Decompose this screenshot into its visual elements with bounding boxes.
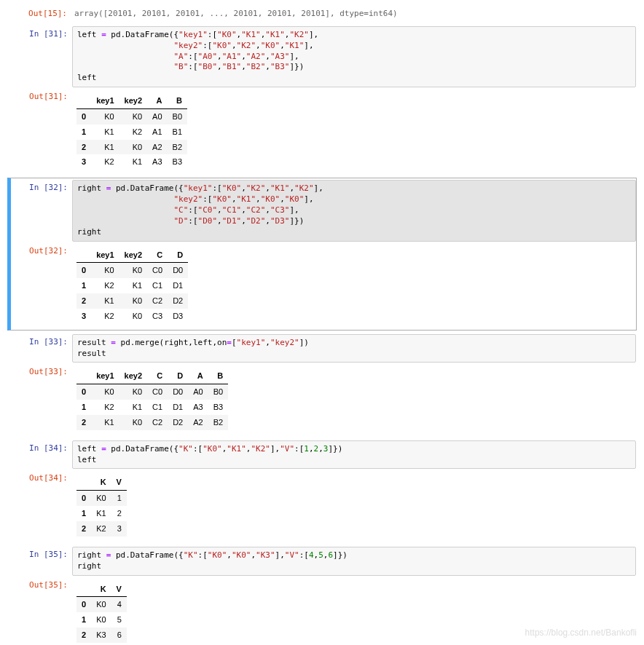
table-index: 1 [76,278,91,293]
table-index: 0 [76,263,91,278]
code-input[interactable]: right = pd.DataFrame({"key1":["K0","K2",… [72,180,636,241]
code-input[interactable]: result = pd.merge(right,left,on=["key1",… [72,334,636,363]
in-prompt: In [33]: [8,334,72,363]
table-cell: K1 [119,154,147,170]
table-cell: K2 [91,309,119,324]
table-cell: K0 [119,140,147,155]
in-prompt: In [31]: [8,26,72,87]
table-row: 3K2K0C3D3 [76,309,188,324]
table-cell: A3 [188,400,208,415]
table-row: 2K23 [76,521,127,537]
table-cell: K0 [91,384,119,400]
table-cell: C2 [147,415,168,430]
table-header [76,93,91,108]
table-index: 0 [76,597,91,612]
table-cell: A3 [147,154,167,170]
table-cell: D2 [168,293,188,309]
input-row: In [34]:left = pd.DataFrame({"K":["K0","… [8,440,636,470]
table-row: 2K1K0C2D2A2B2 [76,415,228,430]
table-cell: B2 [208,415,228,430]
table-row: 3K2K1A3B3 [76,154,187,170]
output-row: Out[34]:KV0K011K122K23 [8,470,636,539]
table-cell: K1 [91,293,119,309]
table-cell: K0 [119,384,147,400]
output-row: Out[31]:key1key2AB0K0K0A0B01K1K2A1B12K1K… [8,89,636,173]
out-prompt: Out[31]: [8,89,72,173]
table-index: 3 [76,154,91,170]
table-row: 1K1K2A1B1 [76,124,187,140]
table-cell: B3 [168,154,187,170]
out-prompt: Out[32]: [11,243,72,327]
in-prompt: In [32]: [11,180,72,241]
table-cell: K0 [119,293,147,309]
table-header: B [208,368,228,384]
output-area: KV0K011K122K23 [72,470,636,539]
output-text: array([20101, 20101, 20101, ..., 20101, … [71,6,637,23]
table-index: 1 [76,612,91,628]
table-header: key1 [91,368,119,384]
table-cell: 5 [111,612,127,628]
table-cell: A2 [188,415,208,430]
table-cell: K2 [91,278,119,293]
output-row: Out[35]:KV0K041K052K36 [8,577,636,645]
table-header: D [168,248,188,263]
table-cell: K0 [91,108,119,124]
table-index: 2 [76,140,91,155]
table-cell: 6 [111,628,127,643]
table-cell: K2 [91,400,119,415]
table-cell: B3 [208,400,228,415]
code-input[interactable]: right = pd.DataFrame({"K":["K0","K0","K3… [72,547,636,576]
table-index: 0 [76,384,91,400]
code-input[interactable]: left = pd.DataFrame({"K":["K0","K1","K2"… [72,440,636,470]
table-cell: K0 [119,309,147,324]
table-cell: 3 [111,521,127,537]
table-header: C [147,368,168,384]
notebook-cell[interactable]: In [35]:right = pd.DataFrame({"K":["K0",… [7,545,637,645]
table-cell: K0 [119,415,147,430]
table-header: C [147,248,168,263]
out-prompt: Out[35]: [8,577,72,645]
table-header [76,368,91,384]
table-row: 0K04 [76,597,127,612]
table-header: D [168,368,188,384]
notebook-cell[interactable]: In [34]:left = pd.DataFrame({"K":["K0","… [7,438,637,543]
table-row: 1K2K1C1D1A3B3 [76,400,228,415]
notebook-cell[interactable]: In [33]:result = pd.merge(right,left,on=… [7,332,637,437]
table-cell: C2 [147,293,168,309]
notebook-cell[interactable]: In [31]:left = pd.DataFrame({"key1":["K0… [7,24,637,176]
table-header: K [91,582,111,597]
table-header: key2 [119,93,147,108]
table-cell: K2 [91,521,111,537]
code-input[interactable]: left = pd.DataFrame({"key1":["K0","K1","… [72,26,636,87]
table-header [76,582,91,597]
table-header [76,248,91,263]
table-cell: B0 [208,384,228,400]
table-index: 3 [76,309,91,324]
table-cell: C0 [147,263,168,278]
table-row: 1K05 [76,612,127,628]
table-cell: B2 [168,140,187,155]
table-cell: K1 [119,400,147,415]
input-row: In [35]:right = pd.DataFrame({"K":["K0",… [8,547,636,576]
output-cell: Out[15]:array([20101, 20101, 20101, ...,… [7,6,637,23]
table-cell: K0 [91,491,111,506]
table-header: V [111,582,127,597]
input-row: In [32]:right = pd.DataFrame({"key1":["K… [11,180,636,241]
table-cell: K0 [91,597,111,612]
table-cell: K1 [91,506,111,521]
table-cell: D1 [168,278,188,293]
table-header: key2 [119,368,147,384]
table-cell: B1 [168,124,187,140]
table-header: B [168,93,187,108]
output-area: key1key2CD0K0K0C0D01K2K1C1D12K1K0C2D23K2… [72,243,636,327]
table-index: 0 [76,491,91,506]
table-header: V [111,475,127,490]
table-cell: 1 [111,491,127,506]
table-cell: 2 [111,506,127,521]
input-row: In [33]:result = pd.merge(right,left,on=… [8,334,636,363]
table-cell: K0 [119,263,147,278]
output-row: Out[33]:key1key2CDAB0K0K0C0D0A0B01K2K1C1… [8,364,636,432]
table-cell: K1 [91,140,119,155]
table-cell: A0 [147,108,167,124]
notebook-cell[interactable]: In [32]:right = pd.DataFrame({"key1":["K… [7,178,637,330]
